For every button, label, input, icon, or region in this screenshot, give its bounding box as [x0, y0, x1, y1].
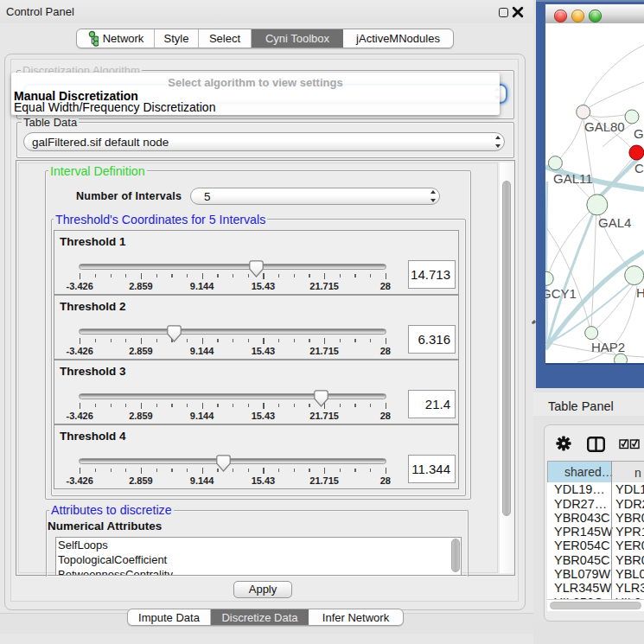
svg-text:HAP2: HAP2 — [591, 340, 625, 354]
svg-text:GAL4: GAL4 — [598, 215, 631, 230]
svg-text:CY: CY — [634, 161, 644, 175]
svg-text:GA: GA — [634, 126, 644, 141]
svg-text:GAL11: GAL11 — [553, 171, 593, 186]
svg-text:HA: HA — [636, 285, 644, 300]
svg-text:GAL80: GAL80 — [584, 119, 625, 134]
svg-text:GCY1: GCY1 — [545, 286, 577, 301]
